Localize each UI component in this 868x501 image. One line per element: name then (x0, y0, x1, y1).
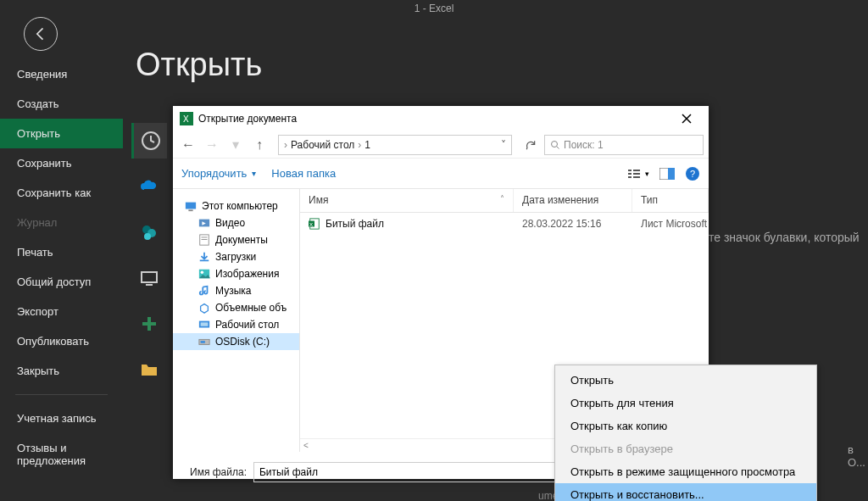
svg-rect-20 (188, 209, 192, 211)
tree-node[interactable]: Музыка (173, 282, 299, 299)
place-recent[interactable] (131, 123, 167, 159)
filename-label: Имя файла: (190, 466, 247, 478)
place-thispc[interactable] (131, 260, 167, 296)
excel-file-icon: X (309, 218, 320, 230)
tree-node[interactable]: Загрузки (173, 248, 299, 265)
svg-rect-24 (202, 237, 208, 238)
sidebar-item[interactable]: Учетная запись (0, 404, 123, 433)
nav-forward: → (202, 135, 222, 155)
place-sharepoint[interactable] (131, 214, 167, 250)
address-bar[interactable]: › Рабочий стол › 1 ˅ (278, 135, 512, 155)
nav-row: ← → ▾ ↑ › Рабочий стол › 1 ˅ Поиск: 1 (173, 131, 709, 159)
close-button[interactable] (671, 108, 702, 130)
svg-rect-4 (142, 272, 157, 282)
menu-open-protected[interactable]: Открыть в режиме защищенного просмотра (555, 460, 816, 483)
place-browse[interactable] (131, 352, 167, 387)
column-headers: Имя˄ Дата изменения Тип (300, 189, 709, 213)
svg-rect-9 (628, 170, 632, 171)
dialog-title: Открытие документа (198, 113, 671, 125)
app-titlebar: 1 - Excel (0, 0, 868, 17)
sidebar-item[interactable]: Закрыть (0, 356, 123, 386)
nav-back[interactable]: ← (178, 135, 198, 155)
background-text: те значок булавки, который (709, 231, 860, 244)
svg-rect-30 (201, 322, 209, 326)
svg-text:X: X (183, 114, 189, 124)
sidebar-item: Журнал (0, 208, 123, 237)
search-input[interactable]: Поиск: 1 (544, 135, 704, 155)
nav-up[interactable]: ↑ (249, 135, 270, 155)
sidebar-item-open[interactable]: Открыть (0, 119, 123, 148)
place-add[interactable] (131, 306, 167, 342)
address-drop-icon[interactable]: ˅ (501, 139, 506, 151)
backstage-sidebar: Сведения Создать Открыть Сохранить Сохра… (0, 59, 123, 476)
svg-point-3 (144, 233, 151, 240)
file-row[interactable]: XБитый файл 28.03.2022 15:16 Лист Micros… (300, 213, 709, 235)
tree-node[interactable]: Документы (173, 231, 299, 248)
tree-node-thispc[interactable]: Этот компьютер (173, 198, 299, 214)
menu-open-repair[interactable]: Открыть и восстановить... (555, 483, 816, 501)
page-title: Открыть (136, 47, 262, 83)
dialog-toolbar: Упорядочить Новая папка ▾ ? (173, 159, 709, 189)
background-text: в О... (848, 443, 868, 469)
sidebar-item[interactable]: Экспорт (0, 297, 123, 326)
col-name[interactable]: Имя˄ (300, 189, 514, 212)
menu-open-browser: Открыть в браузере (555, 437, 816, 460)
sidebar-item[interactable]: Отзывы и предложения (0, 433, 123, 476)
refresh-button[interactable] (520, 135, 541, 155)
search-icon (550, 140, 560, 150)
svg-rect-19 (186, 203, 196, 209)
svg-point-28 (201, 271, 204, 275)
back-button[interactable] (24, 17, 58, 51)
svg-rect-25 (202, 239, 208, 240)
menu-open[interactable]: Открыть (555, 369, 816, 392)
sidebar-item[interactable]: Сохранить как (0, 178, 123, 208)
svg-rect-13 (633, 173, 640, 175)
menu-open-copy[interactable]: Открыть как копию (555, 415, 816, 437)
sidebar-item[interactable]: Опубликовать (0, 326, 123, 356)
tree-node[interactable]: Видео (173, 214, 299, 231)
sidebar-item[interactable]: Сведения (0, 59, 123, 89)
tree-node[interactable]: Изображения (173, 265, 299, 282)
col-date[interactable]: Дата изменения (514, 189, 632, 212)
tree-node[interactable]: Объемные объ (173, 299, 299, 316)
place-onedrive[interactable] (131, 169, 167, 204)
svg-rect-5 (146, 284, 153, 286)
folder-tree: Этот компьютер Видео Документы Загрузки … (173, 189, 300, 452)
excel-icon: X (180, 112, 193, 125)
tree-node-osdisk[interactable]: OSDisk (C:) (173, 333, 299, 350)
search-placeholder: Поиск: 1 (564, 139, 604, 151)
svg-text:X: X (309, 221, 313, 227)
tree-node[interactable]: Рабочий стол (173, 316, 299, 333)
sidebar-item[interactable]: Сохранить (0, 148, 123, 178)
svg-rect-10 (628, 173, 632, 175)
breadcrumb[interactable]: 1 (361, 139, 374, 151)
svg-rect-11 (628, 176, 632, 178)
organize-button[interactable]: Упорядочить (181, 167, 256, 180)
svg-point-8 (552, 141, 558, 147)
sidebar-item[interactable]: Печать (0, 237, 123, 267)
new-folder-button[interactable]: Новая папка (271, 167, 336, 180)
help-button[interactable]: ? (685, 166, 700, 181)
col-type[interactable]: Тип (632, 189, 709, 212)
open-dropdown-menu: Открыть Открыть для чтения Открыть как к… (554, 365, 817, 501)
svg-rect-16 (668, 168, 675, 180)
dialog-titlebar: X Открытие документа (173, 106, 709, 131)
svg-rect-32 (201, 341, 205, 343)
breadcrumb[interactable]: Рабочий стол (287, 139, 358, 151)
svg-rect-14 (633, 176, 640, 178)
view-options-button[interactable]: ▾ (628, 168, 649, 180)
svg-text:?: ? (690, 169, 695, 179)
places-column (131, 123, 167, 398)
svg-rect-12 (633, 170, 640, 171)
menu-open-readonly[interactable]: Открыть для чтения (555, 392, 816, 415)
preview-pane-button[interactable] (659, 168, 675, 180)
nav-history-drop[interactable]: ▾ (225, 135, 246, 155)
sidebar-item[interactable]: Создать (0, 89, 123, 119)
svg-rect-26 (200, 260, 209, 262)
sidebar-item[interactable]: Общий доступ (0, 267, 123, 297)
